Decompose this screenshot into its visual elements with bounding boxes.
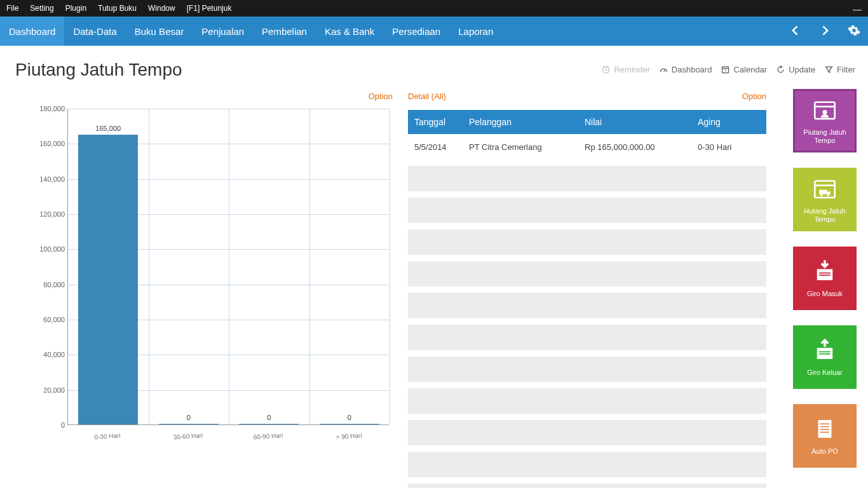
empty-row — [408, 356, 766, 382]
nav-forward-icon[interactable] — [818, 24, 831, 39]
bar-value-label: 0 — [320, 414, 379, 421]
tile-auto-po[interactable]: Auto PO — [793, 404, 857, 468]
giro-out-icon — [811, 337, 838, 369]
update-button[interactable]: Update — [776, 65, 815, 74]
ytick-label: 140,000 — [15, 175, 65, 183]
empty-row — [408, 198, 766, 223]
page-toolbar: Reminder Dashboard 7 Calendar Update Fil… — [601, 65, 868, 74]
th-pelanggan[interactable]: Pelanggan — [463, 117, 578, 127]
bar-value-label: 165,000 — [78, 125, 138, 132]
tile-giro-masuk[interactable]: Giro Masuk — [793, 247, 857, 310]
reminder-label: Reminder — [614, 65, 649, 74]
calendar-button[interactable]: 7 Calendar — [721, 65, 767, 74]
empty-row — [408, 388, 766, 414]
giro-in-icon — [811, 258, 838, 290]
reminder-button[interactable]: Reminder — [601, 65, 649, 74]
navbar: DashboardData-DataBuku BesarPenjualanPem… — [0, 17, 868, 46]
detail-option-link[interactable]: Option — [742, 92, 766, 101]
ytick-label: 0 — [15, 421, 65, 429]
minimize-icon[interactable] — [853, 10, 862, 11]
refresh-icon — [776, 65, 785, 74]
tile-label: Giro Keluar — [807, 369, 843, 377]
svg-point-9 — [827, 194, 830, 197]
empty-row — [408, 325, 766, 350]
empty-row — [408, 293, 766, 318]
tile-label: Giro Masuk — [807, 290, 843, 298]
filter-button[interactable]: Filter — [824, 65, 855, 74]
menu-plugin[interactable]: Plugin — [65, 4, 86, 13]
table-row[interactable]: 5/5/2014PT Citra CemerlangRp 165,000,000… — [408, 134, 766, 159]
tile-piutang-jatuh-tempo[interactable]: Piutang Jatuh Tempo — [793, 89, 857, 152]
xtick-label: 60-90 Hari — [254, 431, 283, 440]
th-aging[interactable]: Aging — [691, 117, 766, 127]
empty-row — [408, 166, 766, 191]
svg-rect-15 — [819, 354, 831, 355]
ytick-label: 20,000 — [15, 386, 65, 394]
calendar-label: Calendar — [733, 65, 767, 74]
tile-hutang-jatuh-tempo[interactable]: Hutang Jatuh Tempo — [793, 168, 857, 231]
ytick-label: 80,000 — [15, 281, 65, 288]
calendar-person-icon — [811, 97, 838, 128]
cell-tanggal: 5/5/2014 — [408, 142, 463, 152]
dashboard-label: Dashboard — [672, 65, 712, 74]
th-tanggal[interactable]: Tanggal — [408, 117, 463, 127]
cell-pelanggan: PT Citra Cemerlang — [463, 142, 578, 152]
chart-bar[interactable]: 165,000 — [78, 135, 138, 425]
cell-aging: 0-30 Hari — [691, 142, 766, 152]
xtick-label: > 90 Hari — [336, 432, 362, 441]
ytick-label: 180,000 — [15, 105, 65, 112]
tab-dashboard[interactable]: Dashboard — [0, 17, 64, 46]
svg-rect-12 — [819, 275, 831, 276]
aging-bar-chart: 165,000000 020,00040,00060,00080,000100,… — [15, 105, 393, 452]
empty-row — [408, 229, 766, 255]
menu-setting[interactable]: Setting — [30, 4, 53, 13]
tab-kas-bank[interactable]: Kas & Bank — [316, 17, 383, 46]
svg-rect-19 — [820, 429, 829, 430]
chart-bar[interactable]: 0 — [159, 424, 219, 424]
menu-window[interactable]: Window — [148, 4, 175, 13]
menu-help[interactable]: [F1] Petunjuk — [187, 4, 232, 13]
menu-file[interactable]: File — [6, 4, 18, 13]
detail-title: Detail (All) — [408, 92, 446, 101]
detail-table-header: Tanggal Pelanggan Nilai Aging — [408, 110, 766, 134]
svg-rect-14 — [819, 351, 831, 353]
tab-data-data[interactable]: Data-Data — [64, 17, 125, 46]
ytick-label: 60,000 — [15, 316, 65, 323]
menu-tutup-buku[interactable]: Tutup Buku — [98, 4, 137, 13]
tab-pembelian[interactable]: Pembelian — [253, 17, 316, 46]
svg-rect-18 — [820, 426, 829, 428]
titlebar: File Setting Plugin Tutup Buku Window [F… — [0, 0, 868, 17]
calendar-truck-icon — [811, 175, 838, 207]
tab-buku-besar[interactable]: Buku Besar — [126, 17, 193, 46]
chart-option-link[interactable]: Option — [369, 92, 393, 101]
chart-bar[interactable]: 0 — [320, 424, 379, 424]
th-nilai[interactable]: Nilai — [578, 117, 691, 127]
nav-back-icon[interactable] — [789, 24, 802, 39]
svg-text:7: 7 — [724, 69, 726, 72]
empty-row — [408, 420, 766, 445]
tab-laporan[interactable]: Laporan — [449, 17, 502, 46]
svg-rect-20 — [820, 432, 829, 433]
ytick-label: 40,000 — [15, 351, 65, 358]
xtick-label: 0-30 Hari — [94, 432, 121, 441]
xtick-label: 30-60 Hari — [173, 431, 203, 440]
tile-giro-keluar[interactable]: Giro Keluar — [793, 325, 857, 389]
svg-rect-5 — [815, 181, 835, 198]
tab-persediaan[interactable]: Persediaan — [383, 17, 449, 46]
empty-row — [408, 484, 766, 488]
tab-penjualan[interactable]: Penjualan — [193, 17, 253, 46]
dashboard-button[interactable]: Dashboard — [659, 65, 712, 74]
empty-row — [408, 261, 766, 287]
svg-rect-11 — [819, 273, 831, 274]
clock-icon — [601, 65, 611, 74]
svg-point-8 — [820, 194, 823, 197]
svg-rect-17 — [820, 424, 829, 425]
tile-label: Piutang Jatuh Tempo — [799, 128, 851, 145]
chart-bar[interactable]: 0 — [239, 424, 299, 424]
gear-icon[interactable] — [848, 24, 860, 39]
ytick-label: 160,000 — [15, 140, 65, 147]
filter-icon — [824, 65, 834, 74]
update-label: Update — [789, 65, 815, 74]
tile-label: Auto PO — [811, 447, 838, 456]
gauge-icon — [659, 65, 668, 74]
